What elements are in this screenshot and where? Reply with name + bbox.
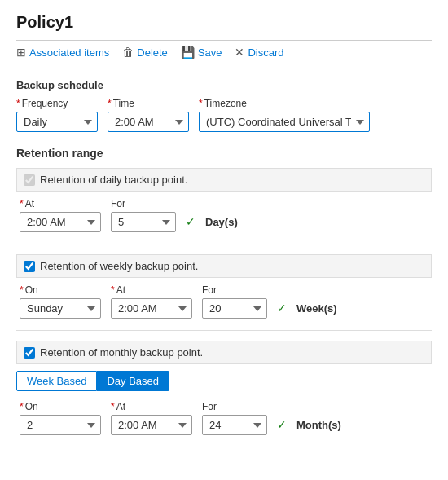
backup-schedule-section: Backup schedule *Frequency Daily Weekly … [16,79,432,132]
time-select[interactable]: 2:00 AM 12:00 AM 1:00 AM 3:00 AM [108,112,189,132]
discard-label: Discard [248,46,283,59]
time-field: *Time 2:00 AM 12:00 AM 1:00 AM 3:00 AM [108,98,189,132]
delete-icon: 🗑 [122,46,134,59]
frequency-required: * [16,98,20,109]
weekly-for-select[interactable]: 20 4 8 12 [202,298,267,319]
frequency-label: *Frequency [16,98,98,109]
weekly-at-field: *At 2:00 AM [111,284,192,319]
monthly-for-label: For [202,401,267,412]
weekly-on-select[interactable]: Sunday Monday Tuesday Wednesday Thursday… [20,298,101,319]
timezone-required: * [199,98,203,109]
weekly-on-label: *On [20,284,101,296]
monthly-unit-label: Month(s) [296,419,341,435]
monthly-retention-block: Retention of monthly backup point. Week … [16,341,432,435]
divider-1 [16,244,432,244]
monthly-at-required: * [111,401,115,412]
divider-2 [16,330,432,331]
monthly-check-icon: ✓ [277,418,287,435]
backup-schedule-label: Backup schedule [16,79,432,91]
page-title: Policy1 [16,13,432,32]
daily-at-field: *At 2:00 AM [20,198,101,232]
daily-at-required: * [20,198,24,209]
discard-button[interactable]: ✕ Discard [235,46,283,59]
monthly-for-select[interactable]: 24 12 36 60 [202,415,267,435]
daily-checkbox[interactable] [24,174,35,186]
weekly-on-required: * [20,284,24,296]
monthly-on-select[interactable]: 2 1 3 4 5 [20,415,101,435]
daily-check-icon: ✓ [186,215,195,232]
weekly-fields-row: *On Sunday Monday Tuesday Wednesday Thur… [16,284,432,319]
daily-checkbox-label: Retention of daily backup point. [40,174,187,186]
weekly-at-label: *At [111,284,192,296]
monthly-on-required: * [20,401,24,412]
weekly-checkbox[interactable] [24,261,35,272]
monthly-for-field: For 24 12 36 60 [202,401,267,435]
monthly-checkbox-label: Retention of monthly backup point. [40,346,203,359]
weekly-checkbox-label: Retention of weekly backup point. [40,260,198,272]
frequency-field: *Frequency Daily Weekly Monthly [16,98,98,132]
retention-range-section: Retention range Retention of daily backu… [16,147,432,435]
save-label: Save [198,46,222,59]
monthly-checkbox[interactable] [24,347,35,359]
weekly-retention-block: Retention of weekly backup point. *On Su… [16,254,432,319]
retention-range-label: Retention range [16,147,432,160]
daily-at-label: *At [20,198,101,209]
monthly-at-field: *At 2:00 AM [111,401,192,435]
daily-checkbox-row: Retention of daily backup point. [16,168,432,192]
time-required: * [108,98,112,109]
week-based-tab[interactable]: Week Based [16,371,97,391]
delete-button[interactable]: 🗑 Delete [122,46,168,59]
daily-for-label: For [111,198,176,209]
daily-at-select[interactable]: 2:00 AM [20,212,101,232]
associated-items-button[interactable]: ⊞ Associated items [16,46,109,59]
schedule-row: *Frequency Daily Weekly Monthly *Time 2:… [16,98,432,132]
associated-items-label: Associated items [29,46,109,59]
daily-for-field: For 5 7 14 30 [111,198,176,232]
weekly-at-required: * [111,284,115,296]
weekly-checkbox-row: Retention of weekly backup point. [16,254,432,278]
monthly-tab-row: Week Based Day Based [16,371,432,391]
monthly-checkbox-row: Retention of monthly backup point. [16,341,432,364]
save-icon: 💾 [181,46,195,59]
associated-items-icon: ⊞ [16,46,26,59]
timezone-label: *Timezone [199,98,370,109]
monthly-fields-row: *On 2 1 3 4 5 *At 2:00 AM For [16,401,432,435]
time-label: *Time [108,98,189,109]
weekly-for-field: For 20 4 8 12 [202,284,267,319]
daily-unit-label: Day(s) [205,216,238,232]
monthly-at-select[interactable]: 2:00 AM [111,415,192,435]
save-button[interactable]: 💾 Save [181,46,222,59]
daily-retention-block: Retention of daily backup point. *At 2:0… [16,168,432,232]
daily-for-select[interactable]: 5 7 14 30 [111,212,176,232]
weekly-on-field: *On Sunday Monday Tuesday Wednesday Thur… [20,284,101,319]
weekly-unit-label: Week(s) [296,302,337,319]
day-based-tab[interactable]: Day Based [97,371,169,391]
monthly-on-label: *On [20,401,101,412]
weekly-check-icon: ✓ [277,302,287,319]
timezone-field: *Timezone (UTC) Coordinated Universal Ti… [199,98,370,132]
daily-fields-row: *At 2:00 AM For 5 7 14 30 ✓ Day(s) [16,198,432,232]
toolbar: ⊞ Associated items 🗑 Delete 💾 Save ✕ Dis… [16,40,432,64]
frequency-select[interactable]: Daily Weekly Monthly [16,112,98,132]
monthly-on-field: *On 2 1 3 4 5 [20,401,101,435]
monthly-at-label: *At [111,401,192,412]
weekly-for-label: For [202,284,267,296]
weekly-at-select[interactable]: 2:00 AM [111,298,192,319]
timezone-select[interactable]: (UTC) Coordinated Universal Time (UTC+01… [199,112,370,132]
discard-icon: ✕ [235,46,244,59]
delete-label: Delete [137,46,168,59]
